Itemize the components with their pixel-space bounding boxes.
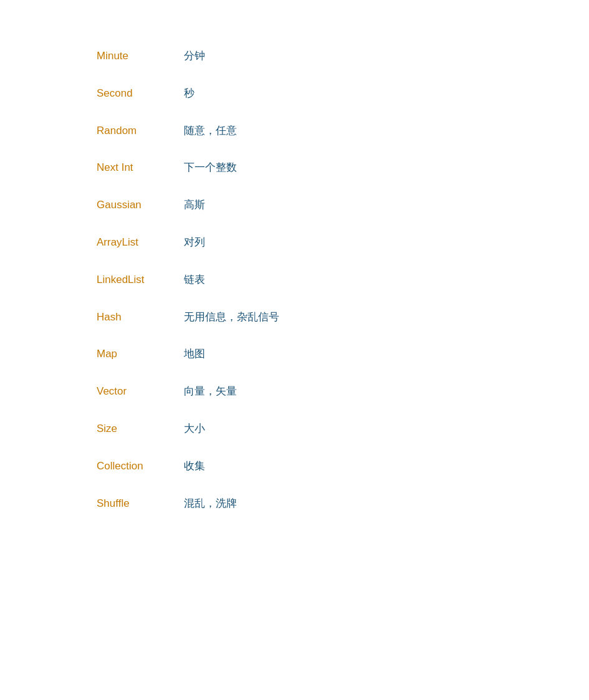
english-term: Next Int (97, 160, 178, 175)
english-term: Vector (97, 384, 178, 399)
vocab-item: ArrayList对列 (97, 224, 589, 261)
chinese-translation: 收集 (184, 459, 205, 474)
vocab-item: Vector向量，矢量 (97, 373, 589, 410)
vocab-list: Minute分钟Second秒Random随意，任意Next Int下一个整数G… (97, 37, 589, 522)
english-term: Minute (97, 49, 178, 64)
vocab-item: Shuffle混乱，洗牌 (97, 485, 589, 522)
english-term: Hash (97, 310, 178, 325)
english-term: Random (97, 123, 178, 138)
vocab-item: Random随意，任意 (97, 112, 589, 150)
chinese-translation: 链表 (184, 272, 205, 287)
chinese-translation: 高斯 (184, 198, 205, 213)
vocab-item: Map地图 (97, 335, 589, 373)
vocab-item: Minute分钟 (97, 37, 589, 75)
vocab-item: LinkedList链表 (97, 261, 589, 299)
chinese-translation: 地图 (184, 347, 205, 362)
vocab-item: Collection收集 (97, 448, 589, 485)
vocab-item: Next Int下一个整数 (97, 149, 589, 186)
chinese-translation: 混乱，洗牌 (184, 496, 237, 511)
chinese-translation: 下一个整数 (184, 160, 237, 175)
chinese-translation: 对列 (184, 235, 205, 250)
english-term: Gaussian (97, 198, 178, 213)
vocab-item: Hash无用信息，杂乱信号 (97, 299, 589, 336)
english-term: Size (97, 421, 178, 436)
chinese-translation: 随意，任意 (184, 123, 237, 138)
vocab-item: Second秒 (97, 75, 589, 112)
chinese-translation: 向量，矢量 (184, 384, 237, 399)
english-term: Map (97, 347, 178, 362)
vocab-item: Size大小 (97, 410, 589, 448)
chinese-translation: 分钟 (184, 49, 205, 64)
chinese-translation: 秒 (184, 86, 194, 101)
chinese-translation: 大小 (184, 421, 205, 436)
chinese-translation: 无用信息，杂乱信号 (184, 310, 279, 325)
vocab-item: Gaussian高斯 (97, 186, 589, 224)
english-term: LinkedList (97, 272, 178, 287)
english-term: Second (97, 86, 178, 101)
english-term: ArrayList (97, 235, 178, 250)
english-term: Shuffle (97, 496, 178, 511)
english-term: Collection (97, 459, 178, 474)
